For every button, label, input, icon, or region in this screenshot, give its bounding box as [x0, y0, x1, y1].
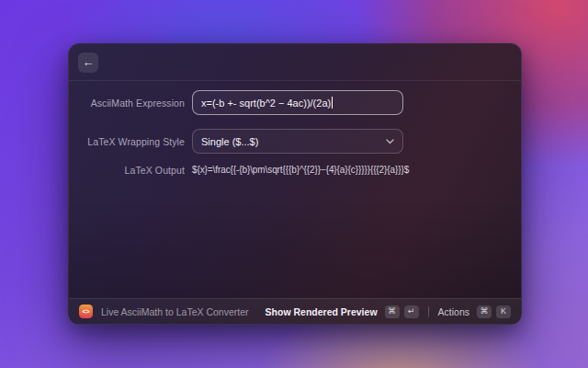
window-header: ← — [69, 44, 521, 81]
latex-output-value: ${x}=\frac{{-{b}\pm\sqrt{{{b}^{{2}}−{4}{… — [192, 164, 411, 177]
code-brackets-icon: <> — [82, 308, 89, 315]
form: AsciiMath Expression x=(-b +- sqrt(b^2 −… — [69, 81, 521, 298]
wrapping-label: LaTeX Wrapping Style — [69, 136, 185, 147]
wrapping-style-dropdown[interactable]: Single ($...$) — [192, 129, 403, 154]
asciimath-input[interactable]: x=(-b +- sqrt(b^2 − 4ac))/(2a) — [192, 90, 403, 115]
text-cursor — [332, 97, 333, 109]
footer-divider — [428, 306, 429, 317]
cmd-key-badge: ⌘ — [477, 305, 492, 318]
output-label: LaTeX Output — [69, 164, 185, 176]
actions-menu-button[interactable]: Actions — [438, 306, 469, 317]
footer-actions: Show Rendered Preview ⌘ ↵ Actions ⌘ K — [266, 305, 511, 318]
desktop-background: ← AsciiMath Expression x=(-b +- sqrt(b^2… — [0, 0, 588, 368]
show-rendered-preview-action[interactable]: Show Rendered Preview — [266, 306, 378, 317]
footer-bar: <> Live AsciiMath to LaTeX Converter Sho… — [69, 298, 521, 324]
output-row: LaTeX Output ${x}=\frac{{-{b}\pm\sqrt{{{… — [69, 164, 411, 177]
asciimath-row: AsciiMath Expression x=(-b +- sqrt(b^2 −… — [69, 90, 403, 115]
back-arrow-icon: ← — [83, 56, 95, 68]
back-button[interactable]: ← — [78, 52, 98, 73]
converter-window: ← AsciiMath Expression x=(-b +- sqrt(b^2… — [68, 43, 522, 325]
cmd-key-badge: ⌘ — [385, 305, 400, 318]
asciimath-label: AsciiMath Expression — [69, 98, 185, 109]
return-key-badge: ↵ — [404, 305, 419, 318]
chevron-down-icon — [386, 139, 394, 144]
extension-icon: <> — [79, 305, 93, 318]
wrapping-row: LaTeX Wrapping Style Single ($...$) — [69, 129, 403, 154]
footer-title: Live AsciiMath to LaTeX Converter — [101, 306, 249, 317]
wrapping-selected-value: Single ($...$) — [201, 136, 258, 147]
asciimath-input-value: x=(-b +- sqrt(b^2 − 4ac))/(2a) — [201, 98, 331, 109]
k-key-badge: K — [496, 305, 511, 318]
